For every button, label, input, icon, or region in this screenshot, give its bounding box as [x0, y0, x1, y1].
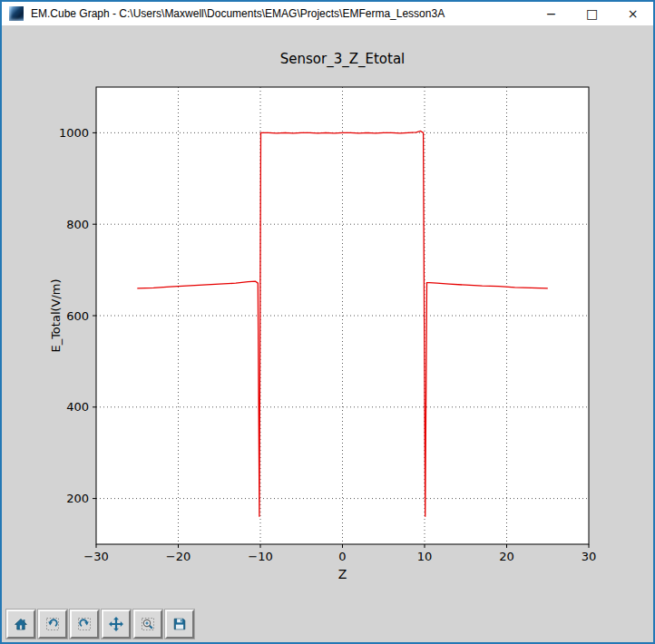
svg-text:800: 800 [66, 218, 89, 231]
svg-text:30: 30 [582, 550, 597, 563]
maximize-button[interactable]: □ [572, 2, 612, 25]
svg-text:400: 400 [66, 400, 89, 414]
svg-text:−10: −10 [248, 550, 272, 563]
plot-canvas[interactable]: −30−20−1001020302004006008001000Sensor_3… [2, 25, 653, 606]
svg-text:600: 600 [66, 309, 89, 323]
svg-text:200: 200 [66, 492, 89, 505]
minimize-icon: − [546, 6, 557, 21]
app-icon [9, 6, 24, 21]
svg-text:−20: −20 [166, 550, 191, 563]
svg-text:0: 0 [338, 550, 346, 563]
close-icon: × [628, 6, 639, 21]
chart-title: Sensor_3_Z_Etotal [280, 51, 406, 68]
home-icon [13, 616, 29, 632]
window-title: EM.Cube Graph - C:\Users\Maxwell\Documen… [31, 7, 531, 20]
minimize-button[interactable]: − [531, 2, 572, 25]
close-button[interactable]: × [612, 2, 653, 25]
pan-icon [108, 616, 124, 632]
y-axis-label: E_Total(V/m) [49, 278, 63, 352]
back-button[interactable] [38, 610, 67, 639]
window-controls: − □ × [531, 2, 653, 25]
save-icon [171, 616, 188, 632]
maximize-icon: □ [586, 6, 598, 21]
svg-text:−30: −30 [83, 550, 108, 563]
zoom-rect-icon [140, 616, 156, 632]
back-icon [44, 616, 61, 632]
titlebar: EM.Cube Graph - C:\Users\Maxwell\Documen… [2, 2, 653, 25]
figure-area: −30−20−1001020302004006008001000Sensor_3… [2, 25, 653, 642]
pan-button[interactable] [102, 610, 131, 639]
home-button[interactable] [6, 610, 35, 639]
navigation-toolbar [2, 606, 653, 642]
forward-button[interactable] [70, 610, 99, 639]
app-window: EM.Cube Graph - C:\Users\Maxwell\Documen… [0, 0, 655, 644]
svg-text:10: 10 [417, 550, 433, 563]
svg-text:20: 20 [499, 550, 514, 563]
forward-icon [76, 616, 93, 632]
zoom-rect-button[interactable] [133, 610, 162, 639]
x-axis-label: Z [338, 567, 347, 581]
svg-text:1000: 1000 [59, 126, 89, 140]
save-button[interactable] [165, 610, 194, 639]
